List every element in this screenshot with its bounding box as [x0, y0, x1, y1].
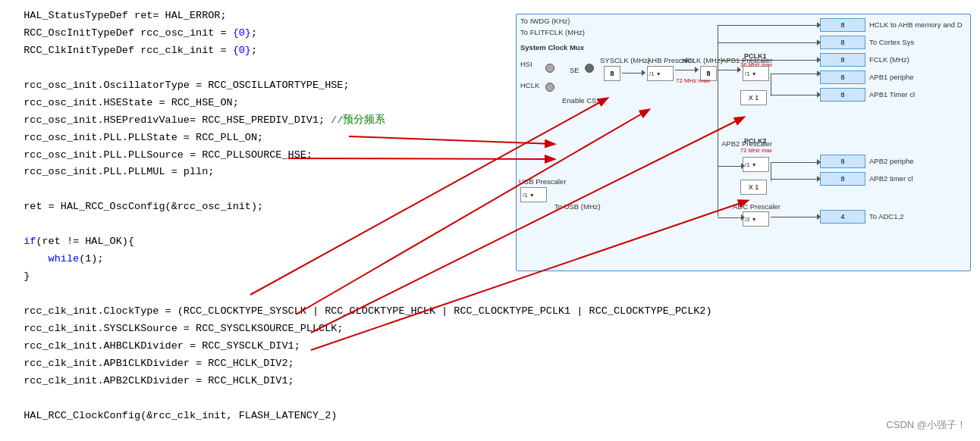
out-apb1-timer-val: 8 — [820, 88, 865, 102]
code-line-23 — [11, 390, 969, 408]
pclk2-max: 72 MHz max — [740, 147, 772, 154]
label-iwdg: To IWDG (KHz) — [520, 17, 570, 25]
enable-css-label: Enable CSS — [562, 96, 602, 105]
arrowhead-apb2-2 — [817, 176, 821, 182]
arrowhead-apb1-1 — [817, 70, 821, 77]
sysclk-val: 8 — [604, 66, 620, 81]
hline-apb1-out2 — [771, 95, 820, 95]
adc-dropdown-icon: ▼ — [752, 217, 757, 222]
out-fclk-val: 8 — [820, 53, 865, 67]
arrowhead5 — [741, 214, 745, 220]
pclk2-label: PCLK2 — [744, 137, 767, 145]
out-hclk-ahb-label: HCLK to AHB memory and D — [869, 20, 963, 29]
apb2-dropdown-icon: ▼ — [752, 162, 757, 167]
code-line-17 — [11, 286, 969, 303]
arrowhead-hclk-ahb — [817, 22, 821, 28]
hline-top2 — [718, 42, 820, 43]
vline-apb1-split — [771, 74, 771, 96]
hline-adc-out — [771, 217, 820, 217]
usb-dropdown-icon: ▼ — [529, 192, 535, 198]
arrowhead1 — [642, 70, 645, 76]
adc-div-val: /2 — [745, 216, 750, 223]
out-cortex-val: 8 — [820, 36, 865, 49]
code-line-24: HAL_RCC_ClockConfig(&rcc_clk_init, FLASH… — [11, 408, 969, 425]
label-flitf: To FLITFCLK (MHz) — [520, 28, 585, 36]
out-apb1-periph-label: APB1 periphe — [869, 73, 914, 81]
hline-adc — [718, 217, 744, 218]
ahb-select[interactable]: /1 ▼ — [647, 66, 674, 81]
usb-label: USB Prescaler — [519, 177, 566, 186]
out-fclk-label: FCLK (MHz) — [869, 55, 909, 64]
out-apb2-timer-label: APB2 timer cl — [869, 174, 913, 183]
out-apb2-periph-val: 8 — [820, 155, 865, 168]
hline-top3 — [718, 60, 820, 61]
hclk-circle — [545, 83, 554, 92]
apb2-div-select[interactable]: /1 ▼ — [743, 157, 769, 172]
clock-diagram: To IWDG (KHz) To FLITFCLK (MHz) System C… — [516, 14, 971, 271]
hline-top1 — [718, 25, 820, 26]
code-line-21: rcc_clk_init.APB1CLKDivider = RCC_HCLK_D… — [11, 355, 969, 373]
arrowhead4 — [741, 163, 745, 169]
out-apb2-periph-label: APB2 periphe — [869, 157, 914, 165]
hline-apb2-out1 — [771, 162, 820, 163]
hline-apb2 — [718, 166, 744, 167]
se-circle — [585, 64, 594, 73]
se-label: SE — [570, 66, 580, 74]
out-apb1-timer-label: APB1 Timer cl — [869, 90, 915, 99]
adc-label: ADC Prescaler — [733, 202, 781, 211]
arrowhead-adc — [817, 214, 821, 220]
hclk-label3: HCLK (MHz) — [682, 56, 723, 64]
code-line-22: rcc_clk_init.APB2CLKDivider = RCC_HCLK_D… — [11, 373, 969, 390]
apb2-x1-box: X 1 — [740, 180, 767, 195]
watermark: CSDN @小强子！ — [886, 418, 966, 432]
apb1-div-val: /1 — [745, 70, 750, 77]
hline-apb2-out2 — [771, 179, 820, 180]
adc-div-select[interactable]: /2 ▼ — [743, 211, 769, 227]
arrowhead-fclk — [817, 57, 821, 63]
out-apb2-timer-val: 8 — [820, 172, 865, 186]
out-apb1-periph-val: 8 — [820, 70, 865, 84]
vline-main — [718, 73, 718, 217]
apb1-div-select[interactable]: /1 ▼ — [743, 66, 769, 81]
out-adc-label: To ADC1,2 — [869, 212, 903, 220]
arrowhead-cortex — [817, 39, 821, 45]
vline-top — [718, 25, 718, 74]
out-adc-val: 4 — [820, 210, 865, 224]
sysclk-label: SYSCLK (MHz) — [600, 56, 650, 64]
pclk1-label: PCLK1 — [744, 52, 767, 60]
out-hclk-ahb-val: 8 — [820, 18, 865, 32]
usb-div-select[interactable]: /1 ▼ — [520, 187, 547, 202]
usb-mhz-label: To USB (MHz) — [554, 202, 601, 211]
arrowhead-apb2-1 — [817, 159, 821, 165]
usb-div-val: /1 — [523, 192, 528, 199]
hclk-max: 72 MHz max — [676, 77, 710, 84]
apb1-x1-box: X 1 — [740, 90, 767, 105]
code-line-18: rcc_clk_init.ClockType = (RCC_CLOCKTYPE_… — [11, 303, 969, 321]
arrowhead2 — [695, 67, 699, 73]
code-line-19: rcc_clk_init.SYSCLKSource = RCC_SYSCLKSO… — [11, 321, 969, 338]
ahb-val: /1 — [649, 70, 655, 77]
sysclk-mux-label: System Clock Mux — [520, 43, 584, 52]
code-line-20: rcc_clk_init.AHBCLKDivider = RCC_SYSCLK_… — [11, 338, 969, 355]
hclk-label2: HCLK — [520, 81, 539, 89]
hsi-label: HSI — [520, 60, 532, 68]
ahb-dropdown-icon: ▼ — [656, 71, 661, 77]
arrowhead-apb1-2 — [817, 92, 821, 98]
hsi-circle — [545, 64, 554, 73]
hline-apb1-out1 — [771, 74, 820, 74]
apb2-div-val: /1 — [745, 161, 750, 168]
diagram-inner: To IWDG (KHz) To FLITFCLK (MHz) System C… — [517, 14, 970, 271]
out-cortex-label: To Cortex Sys — [869, 38, 914, 46]
apb1-dropdown-icon: ▼ — [752, 71, 757, 77]
